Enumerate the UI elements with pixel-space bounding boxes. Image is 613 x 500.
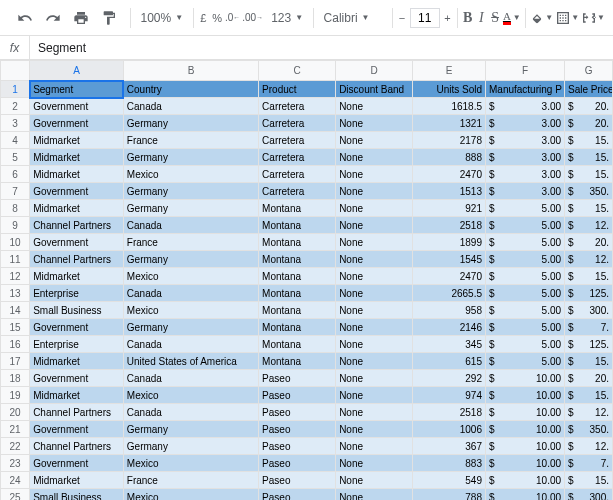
cell[interactable]: $15. <box>565 387 613 404</box>
cell[interactable]: Montana <box>259 302 336 319</box>
currency-button[interactable]: £ <box>198 5 210 31</box>
cell[interactable]: $10.00 <box>485 438 564 455</box>
font-dropdown[interactable]: Calibri▼ <box>318 6 388 30</box>
cell[interactable]: Germany <box>123 438 258 455</box>
column-header-D[interactable]: D <box>336 61 413 81</box>
row-header[interactable]: 15 <box>1 319 30 336</box>
cell[interactable]: $12. <box>565 438 613 455</box>
cell[interactable]: Carretera <box>259 132 336 149</box>
cell[interactable]: Germany <box>123 115 258 132</box>
cell[interactable]: Enterprise <box>30 336 124 353</box>
row-header[interactable]: 6 <box>1 166 30 183</box>
row-header[interactable]: 25 <box>1 489 30 501</box>
cell[interactable]: Canada <box>123 404 258 421</box>
cell[interactable]: 2470 <box>413 268 486 285</box>
cell[interactable]: Midmarket <box>30 268 124 285</box>
cell[interactable]: Channel Partners <box>30 438 124 455</box>
cell[interactable]: $12. <box>565 217 613 234</box>
fill-color-button[interactable]: ▼ <box>529 5 553 31</box>
cell[interactable]: $15. <box>565 166 613 183</box>
cell[interactable]: None <box>336 455 413 472</box>
cell[interactable]: None <box>336 438 413 455</box>
cell[interactable]: 2518 <box>413 217 486 234</box>
font-size-decrease[interactable]: − <box>396 5 408 31</box>
cell[interactable]: $15. <box>565 472 613 489</box>
cell[interactable]: $3.00 <box>485 115 564 132</box>
cell[interactable]: Enterprise <box>30 285 124 302</box>
cell[interactable]: Germany <box>123 421 258 438</box>
cell[interactable]: $10.00 <box>485 404 564 421</box>
cell[interactable]: None <box>336 421 413 438</box>
cell[interactable]: Montana <box>259 217 336 234</box>
cell[interactable]: $15. <box>565 149 613 166</box>
cell[interactable]: Small Business <box>30 302 124 319</box>
cell[interactable]: Montana <box>259 268 336 285</box>
cell[interactable]: $10.00 <box>485 370 564 387</box>
cell[interactable]: $300. <box>565 489 613 501</box>
cell[interactable]: $20. <box>565 115 613 132</box>
formula-input[interactable]: Segment <box>30 41 613 55</box>
cell[interactable]: Paseo <box>259 370 336 387</box>
cell[interactable]: $20. <box>565 370 613 387</box>
spreadsheet-grid[interactable]: ABCDEFG 1SegmentCountryProductDiscount B… <box>0 60 613 500</box>
cell[interactable]: 2178 <box>413 132 486 149</box>
cell[interactable]: 974 <box>413 387 486 404</box>
cell[interactable]: Small Business <box>30 489 124 501</box>
strikethrough-button[interactable]: S <box>489 5 501 31</box>
cell[interactable]: Government <box>30 455 124 472</box>
cell[interactable]: Midmarket <box>30 132 124 149</box>
cell[interactable]: $5.00 <box>485 319 564 336</box>
row-header[interactable]: 1 <box>1 81 30 98</box>
cell[interactable]: 788 <box>413 489 486 501</box>
bold-button[interactable]: B <box>462 5 474 31</box>
italic-button[interactable]: I <box>476 5 488 31</box>
cell[interactable]: Government <box>30 183 124 200</box>
cell[interactable]: $5.00 <box>485 234 564 251</box>
cell[interactable]: 1618.5 <box>413 98 486 115</box>
cell[interactable]: 292 <box>413 370 486 387</box>
cell[interactable]: Montana <box>259 353 336 370</box>
format-menu[interactable]: 123▼ <box>265 6 309 30</box>
cell[interactable]: $5.00 <box>485 200 564 217</box>
cell[interactable]: $15. <box>565 268 613 285</box>
header-cell[interactable]: Discount Band <box>336 81 413 98</box>
cell[interactable]: Germany <box>123 200 258 217</box>
cell[interactable]: $12. <box>565 404 613 421</box>
cell[interactable]: 1513 <box>413 183 486 200</box>
cell[interactable]: 1321 <box>413 115 486 132</box>
cell[interactable]: Carretera <box>259 183 336 200</box>
cell[interactable]: Germany <box>123 149 258 166</box>
row-header[interactable]: 17 <box>1 353 30 370</box>
cell[interactable]: Montana <box>259 285 336 302</box>
cell[interactable]: $3.00 <box>485 149 564 166</box>
cell[interactable]: $10.00 <box>485 387 564 404</box>
cell[interactable]: Paseo <box>259 455 336 472</box>
cell[interactable]: Midmarket <box>30 472 124 489</box>
row-header[interactable]: 22 <box>1 438 30 455</box>
cell[interactable]: None <box>336 370 413 387</box>
header-cell[interactable]: Manufacturing P <box>485 81 564 98</box>
cell[interactable]: None <box>336 268 413 285</box>
cell[interactable]: None <box>336 251 413 268</box>
row-header[interactable]: 13 <box>1 285 30 302</box>
cell[interactable]: Paseo <box>259 421 336 438</box>
cell[interactable]: 883 <box>413 455 486 472</box>
row-header[interactable]: 24 <box>1 472 30 489</box>
cell[interactable]: Canada <box>123 370 258 387</box>
cell[interactable]: Germany <box>123 251 258 268</box>
cell[interactable]: Canada <box>123 217 258 234</box>
row-header[interactable]: 4 <box>1 132 30 149</box>
cell[interactable]: Channel Partners <box>30 251 124 268</box>
cell[interactable]: Carretera <box>259 149 336 166</box>
column-header-F[interactable]: F <box>485 61 564 81</box>
cell[interactable]: Midmarket <box>30 166 124 183</box>
cell[interactable]: $3.00 <box>485 166 564 183</box>
redo-button[interactable] <box>40 5 66 31</box>
cell[interactable]: Montana <box>259 251 336 268</box>
cell[interactable]: Montana <box>259 200 336 217</box>
percent-button[interactable]: % <box>211 5 223 31</box>
cell[interactable]: 921 <box>413 200 486 217</box>
row-header[interactable]: 20 <box>1 404 30 421</box>
row-header[interactable]: 18 <box>1 370 30 387</box>
cell[interactable]: 615 <box>413 353 486 370</box>
